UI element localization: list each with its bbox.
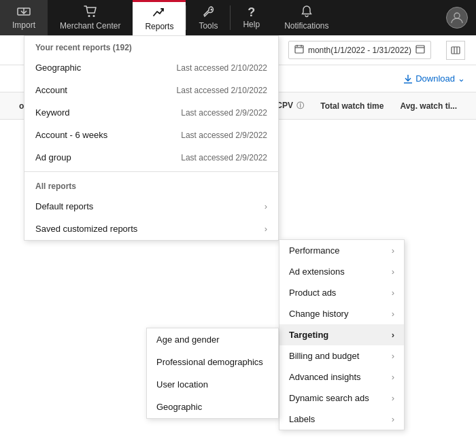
targeting-age-gender[interactable]: Age and gender bbox=[147, 328, 278, 351]
svg-rect-12 bbox=[452, 47, 460, 54]
default-reports-label: Default reports bbox=[35, 201, 93, 211]
dropdown-divider-1 bbox=[24, 171, 278, 172]
nav-reports[interactable]: Reports bbox=[133, 0, 186, 35]
age-gender-label: Age and gender bbox=[156, 334, 220, 345]
filter-columns-btn[interactable] bbox=[446, 41, 465, 60]
targeting-chevron-icon: › bbox=[392, 330, 394, 340]
default-reports-chevron-icon: › bbox=[265, 201, 267, 211]
reports-icon bbox=[152, 6, 166, 20]
submenu-performance[interactable]: Performance › bbox=[279, 240, 404, 261]
targeting-submenu: Age and gender Professional demographics… bbox=[146, 328, 279, 419]
report-account-label: Account bbox=[35, 85, 67, 95]
nav-merchant-label: Merchant Center bbox=[60, 21, 120, 31]
report-ad-group[interactable]: Ad group Last accessed 2/9/2022 bbox=[24, 146, 278, 169]
report-account[interactable]: Account Last accessed 2/10/2022 bbox=[24, 79, 278, 101]
nav-help[interactable]: ? Help bbox=[231, 0, 272, 35]
billing-budget-chevron-icon: › bbox=[392, 351, 394, 361]
targeting-geographic[interactable]: Geographic bbox=[147, 396, 278, 418]
download-chevron-icon: ⌄ bbox=[458, 73, 465, 84]
performance-chevron-icon: › bbox=[392, 245, 394, 256]
nav-tools-label: Tools bbox=[199, 21, 218, 31]
nav-tools[interactable]: Tools bbox=[186, 0, 230, 35]
saved-reports-label: Saved customized reports bbox=[35, 224, 137, 234]
nav-import[interactable]: Import bbox=[0, 0, 48, 35]
performance-label: Performance bbox=[289, 245, 339, 256]
svg-rect-10 bbox=[416, 46, 424, 53]
product-ads-chevron-icon: › bbox=[392, 288, 394, 298]
nav-help-label: Help bbox=[243, 20, 260, 29]
tools-icon bbox=[201, 5, 215, 20]
col-header-avg-watch: Avg. watch ti... bbox=[392, 101, 465, 111]
report-account-date: Last accessed 2/10/2022 bbox=[177, 86, 267, 95]
recent-reports-title: Your recent reports (192) bbox=[24, 36, 278, 56]
svg-point-5 bbox=[454, 13, 460, 18]
svg-point-2 bbox=[88, 15, 90, 17]
submenu-advanced-insights[interactable]: Advanced insights › bbox=[279, 366, 404, 387]
submenu-billing-budget[interactable]: Billing and budget › bbox=[279, 345, 404, 366]
report-account-6weeks[interactable]: Account - 6 weeks Last accessed 2/9/2022 bbox=[24, 124, 278, 146]
col-header-total-watch: Total watch time bbox=[312, 101, 392, 111]
svg-point-3 bbox=[92, 15, 95, 17]
top-nav: Import Merchant Center Reports bbox=[0, 0, 476, 35]
dynamic-search-ads-label: Dynamic search ads bbox=[289, 393, 369, 403]
nav-reports-label: Reports bbox=[145, 22, 173, 31]
help-icon: ? bbox=[248, 6, 255, 18]
nav-import-label: Import bbox=[12, 20, 35, 30]
cart-icon bbox=[84, 5, 97, 20]
advanced-insights-label: Advanced insights bbox=[289, 372, 361, 382]
professional-demographics-label: Professional demographics bbox=[156, 357, 263, 367]
labels-label: Labels bbox=[289, 414, 315, 424]
geographic-label: Geographic bbox=[156, 402, 202, 412]
change-history-chevron-icon: › bbox=[392, 309, 394, 319]
nav-notifications[interactable]: Notifications bbox=[272, 0, 341, 35]
avg-cpv-info-icon[interactable]: ⓘ bbox=[296, 101, 304, 109]
report-keyword[interactable]: Keyword Last accessed 2/9/2022 bbox=[24, 101, 278, 124]
report-keyword-label: Keyword bbox=[35, 107, 70, 118]
submenu-targeting[interactable]: Targeting › bbox=[279, 324, 404, 345]
user-location-label: User location bbox=[156, 379, 208, 390]
nav-spacer bbox=[341, 0, 439, 35]
nav-merchant-center[interactable]: Merchant Center bbox=[48, 0, 133, 35]
download-label: Download bbox=[415, 73, 455, 84]
calendar-icon bbox=[294, 44, 304, 56]
bell-icon bbox=[301, 5, 313, 20]
report-geographic[interactable]: Geographic Last accessed 2/10/2022 bbox=[24, 56, 278, 79]
targeting-user-location[interactable]: User location bbox=[147, 373, 278, 396]
dynamic-search-ads-chevron-icon: › bbox=[392, 393, 394, 403]
submenu-ad-extensions[interactable]: Ad extensions › bbox=[279, 261, 404, 282]
report-account-6weeks-label: Account - 6 weeks bbox=[35, 130, 107, 140]
submenu-change-history[interactable]: Change history › bbox=[279, 303, 404, 324]
ad-extensions-label: Ad extensions bbox=[289, 266, 345, 277]
change-history-label: Change history bbox=[289, 309, 348, 319]
targeting-label: Targeting bbox=[289, 330, 328, 340]
all-reports-title: All reports bbox=[24, 175, 278, 195]
report-account-6weeks-date: Last accessed 2/9/2022 bbox=[181, 131, 267, 140]
submenu-dynamic-search-ads[interactable]: Dynamic search ads › bbox=[279, 387, 404, 409]
svg-rect-6 bbox=[295, 46, 303, 53]
billing-budget-label: Billing and budget bbox=[289, 351, 359, 361]
recent-reports-dropdown: Your recent reports (192) Geographic Las… bbox=[24, 35, 279, 241]
ad-extensions-chevron-icon: › bbox=[392, 266, 394, 277]
report-geographic-label: Geographic bbox=[35, 63, 81, 73]
svg-point-4 bbox=[211, 8, 213, 10]
saved-reports-item[interactable]: Saved customized reports › bbox=[24, 218, 278, 240]
date-filter-text: month(1/1/2022 - 1/31/2022) bbox=[308, 46, 411, 55]
download-button[interactable]: Download ⌄ bbox=[403, 73, 465, 84]
report-keyword-date: Last accessed 2/9/2022 bbox=[181, 108, 267, 118]
product-ads-label: Product ads bbox=[289, 288, 336, 298]
report-geographic-date: Last accessed 2/10/2022 bbox=[177, 63, 267, 73]
main-content: month(1/1/2022 - 1/31/2022) bbox=[0, 35, 476, 448]
submenu-product-ads[interactable]: Product ads › bbox=[279, 282, 404, 303]
report-ad-group-date: Last accessed 2/9/2022 bbox=[181, 153, 267, 162]
default-reports-submenu: Performance › Ad extensions › Product ad… bbox=[279, 239, 405, 430]
submenu-labels[interactable]: Labels › bbox=[279, 409, 404, 430]
calendar-picker-icon bbox=[415, 44, 425, 56]
saved-reports-chevron-icon: › bbox=[265, 224, 267, 234]
default-reports-item[interactable]: Default reports › bbox=[24, 195, 278, 218]
user-avatar[interactable] bbox=[446, 7, 468, 29]
nav-notifications-label: Notifications bbox=[284, 21, 328, 31]
targeting-professional-demographics[interactable]: Professional demographics bbox=[147, 351, 278, 373]
labels-chevron-icon: › bbox=[392, 414, 394, 424]
import-icon bbox=[17, 6, 31, 19]
date-filter[interactable]: month(1/1/2022 - 1/31/2022) bbox=[288, 41, 431, 59]
